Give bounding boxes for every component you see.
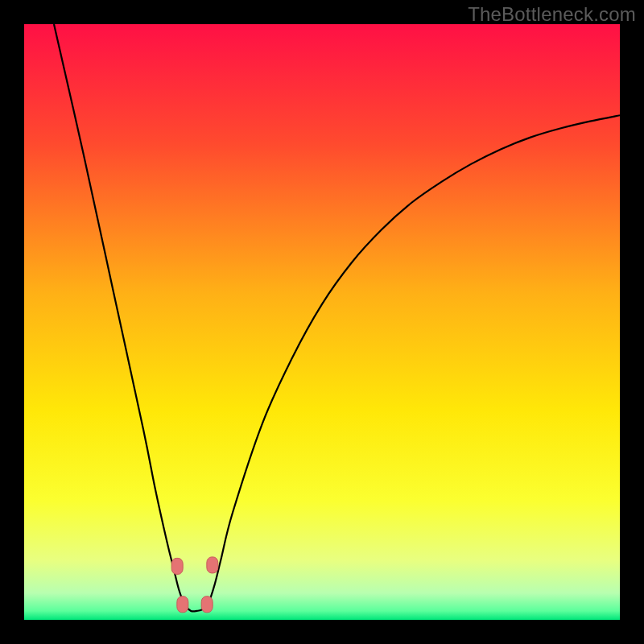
plot-svg [24, 24, 620, 620]
curve-marker [177, 597, 188, 613]
curve-marker [207, 557, 218, 573]
gradient-background [24, 24, 620, 620]
plot-area [24, 24, 620, 620]
curve-marker [171, 558, 183, 574]
chart-stage: TheBottleneck.com [0, 0, 644, 644]
watermark-text: TheBottleneck.com [468, 3, 636, 26]
curve-marker [201, 597, 213, 613]
